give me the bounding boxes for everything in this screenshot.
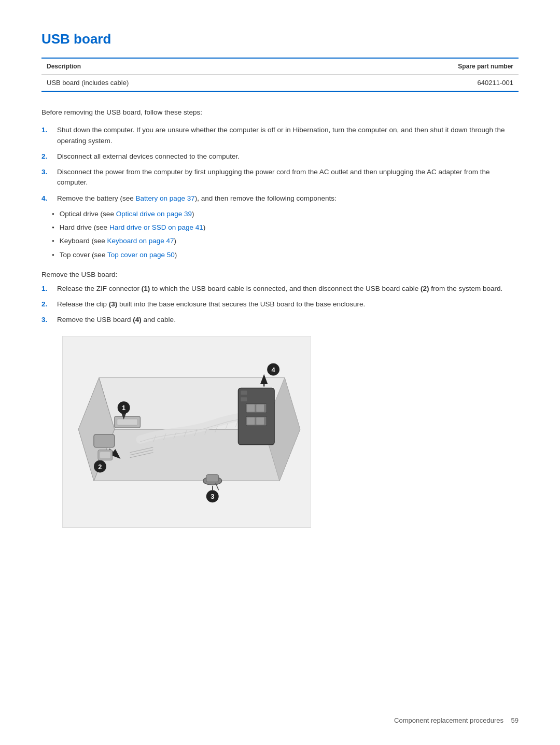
- list-item: Optical drive (see Optical drive on page…: [52, 209, 519, 219]
- step-content: Disconnect the power from the computer b…: [57, 167, 519, 188]
- svg-rect-30: [206, 474, 219, 482]
- footer-text: Component replacement procedures: [394, 716, 503, 724]
- list-item: 3. Disconnect the power from the compute…: [41, 167, 519, 188]
- page-number: 59: [511, 716, 519, 724]
- step-number: 3.: [41, 167, 57, 177]
- bullet-text: Top cover (see Top cover on page 50): [60, 250, 177, 260]
- callout-ref: (1): [142, 285, 150, 292]
- table-row: USB board (includes cable) 640211-001: [41, 75, 519, 92]
- table-col2-header: Spare part number: [320, 58, 519, 75]
- step-content: Remove the USB board (4) and cable.: [57, 315, 519, 325]
- procedure-diagram: 1 2 3 4: [62, 336, 311, 528]
- svg-text:3: 3: [211, 493, 214, 500]
- diagram-svg: 1 2 3 4: [63, 336, 311, 527]
- prereq-steps-list: 1. Shut down the computer. If you are un…: [41, 125, 519, 204]
- list-item: Hard drive (see Hard drive or SSD on pag…: [52, 222, 519, 233]
- step-content: Disconnect all external devices connecte…: [57, 151, 519, 162]
- hard-drive-link[interactable]: Hard drive or SSD on page 41: [109, 223, 203, 231]
- step-content: Shut down the computer. If you are unsur…: [57, 125, 519, 146]
- svg-rect-22: [256, 404, 264, 412]
- step-number: 3.: [41, 315, 57, 325]
- callout-ref: (2): [421, 285, 429, 292]
- callout-ref: (3): [109, 300, 118, 308]
- parts-table: Description Spare part number USB board …: [41, 58, 519, 92]
- step-number: 2.: [41, 151, 57, 162]
- svg-rect-26: [241, 390, 247, 395]
- list-item: 1. Release the ZIF connector (1) to whic…: [41, 284, 519, 294]
- svg-rect-41: [100, 452, 110, 458]
- step-number: 2.: [41, 299, 57, 310]
- bullet-text: Hard drive (see Hard drive or SSD on pag…: [60, 222, 205, 233]
- step-content: Release the clip (3) built into the base…: [57, 299, 519, 310]
- svg-text:4: 4: [271, 366, 275, 373]
- bullet-text: Keyboard (see Keyboard on page 47): [60, 236, 176, 246]
- battery-link[interactable]: Battery on page 37: [136, 194, 195, 202]
- step-number: 1.: [41, 284, 57, 294]
- step-content: Release the ZIF connector (1) to which t…: [57, 284, 519, 294]
- svg-rect-17: [94, 434, 115, 447]
- svg-text:2: 2: [98, 462, 102, 470]
- remove-section-header: Remove the USB board:: [41, 271, 519, 278]
- step-number: 4.: [41, 193, 57, 204]
- bullet-text: Optical drive (see Optical drive on page…: [60, 209, 194, 219]
- svg-text:1: 1: [122, 404, 125, 412]
- page-footer: Component replacement procedures 59: [394, 716, 519, 724]
- bullet-list: Optical drive (see Optical drive on page…: [52, 209, 519, 260]
- list-item: Keyboard (see Keyboard on page 47): [52, 236, 519, 246]
- remove-steps-list: 1. Release the ZIF connector (1) to whic…: [41, 284, 519, 326]
- top-cover-link[interactable]: Top cover on page 50: [107, 251, 175, 259]
- list-item: 3. Remove the USB board (4) and cable.: [41, 315, 519, 325]
- table-cell-part-number: 640211-001: [320, 75, 519, 92]
- keyboard-link[interactable]: Keyboard on page 47: [107, 237, 174, 245]
- step-content: Remove the battery (see Battery on page …: [57, 193, 519, 204]
- table-cell-description: USB board (includes cable): [41, 75, 320, 92]
- svg-rect-21: [247, 404, 255, 412]
- intro-text: Before removing the USB board, follow th…: [41, 107, 519, 118]
- svg-rect-25: [256, 417, 264, 425]
- svg-rect-24: [247, 417, 255, 425]
- page-title: USB board: [41, 31, 519, 47]
- optical-drive-link[interactable]: Optical drive on page 39: [116, 210, 192, 218]
- list-item: 2. Disconnect all external devices conne…: [41, 151, 519, 162]
- list-item: 4. Remove the battery (see Battery on pa…: [41, 193, 519, 204]
- list-item: 1. Shut down the computer. If you are un…: [41, 125, 519, 146]
- table-col1-header: Description: [41, 58, 320, 75]
- list-item: Top cover (see Top cover on page 50): [52, 250, 519, 260]
- svg-rect-27: [241, 397, 247, 401]
- callout-ref: (4): [133, 316, 142, 324]
- list-item: 2. Release the clip (3) built into the b…: [41, 299, 519, 310]
- svg-rect-15: [117, 419, 138, 425]
- step-number: 1.: [41, 125, 57, 135]
